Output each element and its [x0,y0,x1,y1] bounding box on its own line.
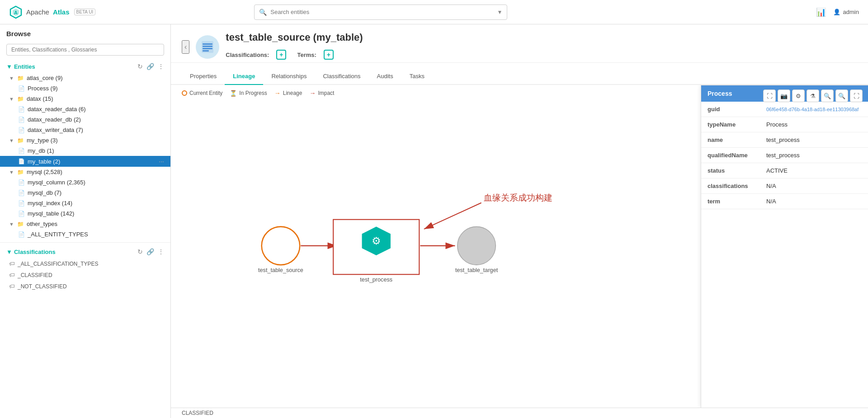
more-icon[interactable]: ⋮ [158,63,164,70]
sidebar-item-mysql-table[interactable]: 📄 mysql_table (142) [0,208,170,219]
chart-icon[interactable]: 📊 [816,7,826,17]
admin-menu[interactable]: 👤 admin [833,9,859,15]
classifications-section-header[interactable]: ▼ Classifications ↻ 🔗 ⋮ [0,245,170,258]
sidebar-item-process[interactable]: 📄 Process (9) [0,83,170,94]
term-key: term [701,194,760,209]
svg-point-12 [262,227,300,265]
file-icon: 📄 [18,85,25,92]
tab-properties[interactable]: Properties [182,68,225,85]
entities-label: Entities [14,63,35,70]
panel-row-classifications: classifications N/A [701,178,868,194]
entities-actions: ↻ 🔗 ⋮ [137,63,164,70]
sidebar-item-mysql-column[interactable]: 📄 mysql_column (2,365) [0,177,170,188]
back-button[interactable]: ‹ [182,40,189,54]
sidebar-search-container[interactable] [0,41,170,60]
tab-classifications[interactable]: Classifications [315,68,368,85]
svg-rect-7 [203,50,209,52]
sidebar-item-mysql-index[interactable]: 📄 mysql_index (14) [0,198,170,208]
sidebar-search-input[interactable] [6,44,164,56]
more-options-icon[interactable]: ··· [159,158,164,165]
sidebar-item-my-table[interactable]: 📄 my_table (2) ··· [0,156,170,167]
my-table-label: my_table (2) [28,158,156,165]
search-dropdown-icon[interactable]: ▼ [497,9,502,15]
guid-key: guid [701,102,760,117]
sidebar-item-mysql-db[interactable]: 📄 mysql_db (7) [0,188,170,198]
sidebar-item-other-types[interactable]: ▼ 📁 other_types [0,219,170,229]
settings-button[interactable]: ⚙ [792,89,805,102]
tag-icon: 🏷 [9,283,15,290]
classif-link-icon[interactable]: 🔗 [146,248,154,255]
file-icon: 📄 [18,190,25,196]
process-panel-body: guid 06f6e458-d76b-4a18-ad18-ee11303968a… [701,102,868,408]
search-box[interactable]: 🔍 ▼ [254,5,507,20]
classifications-value: N/A [760,178,868,194]
my-type-label: my_type (3) [27,137,164,144]
search-input[interactable] [270,9,497,15]
my-db-label: my_db (1) [28,147,164,154]
lineage-graph: 血缘关系成功构建 test_table_source [171,103,696,408]
status-value: ACTIVE [760,163,868,178]
logo-icon: A [9,5,23,19]
sidebar-item-all-classification-types[interactable]: 🏷 _ALL_CLASSIFICATION_TYPES [0,258,170,269]
logo-beta: BETA UI [74,9,96,15]
classified-label: _CLASSIFIED [18,272,52,278]
guid-value: 06f6e458-d76b-4a18-ad18-ee11303968af [760,102,868,117]
svg-rect-4 [203,43,212,45]
sidebar-item-my-db[interactable]: 📄 my_db (1) [0,146,170,156]
legend-in-progress: ⏳ In Progress [230,90,267,97]
sidebar-item-datax-reader-data[interactable]: 📄 datax_reader_data (6) [0,104,170,114]
tab-audits[interactable]: Audits [369,68,401,85]
qualifiedname-key: qualifiedName [701,148,760,163]
expand-icon: ▼ [9,221,14,227]
tab-tasks[interactable]: Tasks [401,68,433,85]
refresh-icon[interactable]: ↻ [137,63,143,70]
add-terms-button[interactable]: + [324,50,334,60]
screenshot-button[interactable]: 📷 [778,89,790,102]
sidebar-item-datax-reader-db[interactable]: 📄 datax_reader_db (2) [0,114,170,125]
datax-writer-data-label: datax_writer_data (7) [28,127,164,133]
file-icon: 📄 [18,127,25,133]
fullscreen-button[interactable]: ⛶ [850,89,863,102]
folder-icon: 📁 [17,169,24,175]
sidebar-item-all-entity-types[interactable]: 📄 _ALL_ENTITY_TYPES [0,229,170,240]
tab-lineage[interactable]: Lineage [225,68,263,85]
classif-actions: ↻ 🔗 ⋮ [137,248,164,255]
atlas-core-label: atlas_core (9) [27,75,164,81]
svg-line-8 [424,203,481,229]
name-key: name [701,132,760,148]
lineage-label: Lineage [283,90,302,96]
sidebar-item-my-type[interactable]: ▼ 📁 my_type (3) [0,135,170,146]
filter-button[interactable]: ⚗ [807,89,819,102]
classif-more-icon[interactable]: ⋮ [158,248,164,255]
sidebar-item-datax-writer-data[interactable]: 📄 datax_writer_data (7) [0,125,170,135]
sidebar-item-not-classified[interactable]: 🏷 _NOT_CLASSIFIED [0,281,170,292]
status-key: status [701,163,760,178]
add-classification-button[interactable]: + [276,50,286,60]
expand-icon: ▼ [9,75,14,81]
link-icon[interactable]: 🔗 [146,63,154,70]
tab-relationships[interactable]: Relationships [263,68,315,85]
sidebar-item-datax[interactable]: ▼ 📁 datax (15) [0,94,170,104]
sidebar-item-classified[interactable]: 🏷 _CLASSIFIED [0,269,170,281]
sidebar-item-mysql[interactable]: ▼ 📁 mysql (2,528) [0,167,170,177]
entities-section-header[interactable]: ▼ Entities ↻ 🔗 ⋮ [0,60,170,73]
process-details-table: guid 06f6e458-d76b-4a18-ad18-ee11303968a… [701,102,868,209]
header-right: 📊 👤 admin [816,7,859,17]
folder-icon: 📁 [17,137,24,144]
lineage-toolbar: ⛶ 📷 ⚙ ⚗ 🔍 🔍 ⛶ [763,89,863,102]
lineage-icon: → [274,89,281,97]
zoom-in-button[interactable]: 🔍 [821,89,834,102]
sidebar-scroll: ▼ Entities ↻ 🔗 ⋮ ▼ 📁 atlas_core (9) 📄 Pr… [0,60,170,418]
annotation-bar: CLASSIFIED [171,408,868,418]
classif-refresh-icon[interactable]: ↻ [137,248,143,255]
svg-text:血缘关系成功构建: 血缘关系成功构建 [484,193,552,202]
sidebar-item-atlas-core[interactable]: ▼ 📁 atlas_core (9) [0,73,170,83]
zoom-out-button[interactable]: 🔍 [835,89,848,102]
all-classif-label: _ALL_CLASSIFICATION_TYPES [18,261,99,267]
expand-icon: ▼ [9,96,14,102]
main-layout: Browse ▼ Entities ↻ 🔗 ⋮ ▼ 📁 [0,24,868,418]
logo-apache: Apache [26,8,49,16]
fit-view-button[interactable]: ⛶ [763,89,776,102]
classifications-section-title: ▼ Classifications [6,249,56,255]
guid-link[interactable]: 06f6e458-d76b-4a18-ad18-ee11303968af [766,107,859,112]
